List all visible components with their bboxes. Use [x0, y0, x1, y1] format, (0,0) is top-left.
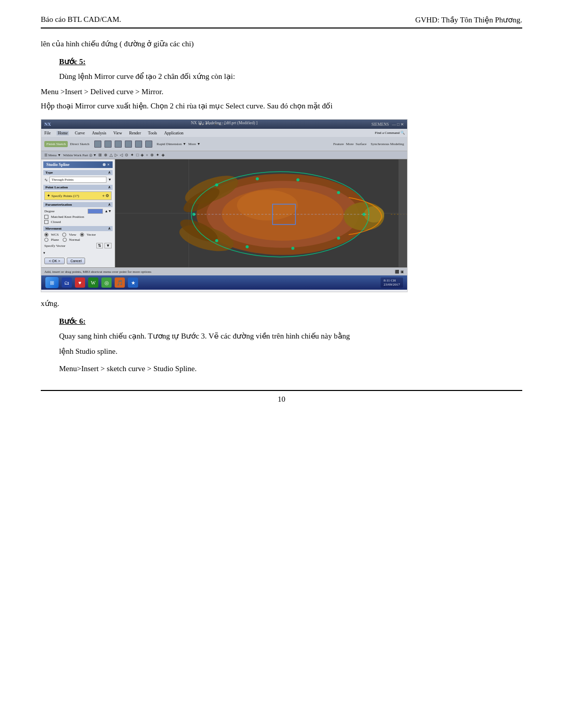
cancel-button[interactable]: Cancel [67, 258, 85, 264]
nx-screenshot: NX ■ ▸ ✦ ▪ ▫ ◾ ▪ □ ▪ NX 10 - Modeling - … [41, 119, 408, 292]
find-command[interactable]: Find a Command 🔍 [375, 131, 405, 135]
menu-file[interactable]: File [43, 131, 51, 135]
menu-icon[interactable]: ☰ Menu ▼ [44, 153, 61, 157]
surface-btn[interactable]: Surface [356, 142, 366, 146]
nx-taskbar: ⊞ 🗂 ♥ W ◎ 🎵 ★ 8:11 CH 23/09/2017 [41, 275, 407, 290]
menu-application[interactable]: Application [163, 131, 184, 135]
svg-point-21 [291, 247, 294, 250]
within-work-part[interactable]: Within Work Part ◎ ▼ [63, 153, 97, 157]
menu-render[interactable]: Render [128, 131, 142, 135]
nx-sidebar: Studio Spline ⊗ × Type ∧ ∿ Through Point… [41, 159, 115, 267]
closed-row: Closed [43, 219, 113, 225]
svg-point-20 [337, 237, 340, 240]
degree-input[interactable] [88, 209, 103, 214]
mirror-desc: Hộp thoại Mirror curve xuất hiện. Chọn 2… [41, 100, 522, 112]
vector-radio[interactable] [80, 233, 84, 237]
degree-label: Degree [44, 209, 86, 213]
menu-view[interactable]: View [113, 131, 123, 135]
time-display: 8:11 CH [384, 278, 400, 283]
taskbar-btn-1[interactable]: 🗂 [62, 277, 72, 288]
taskbar-btn-5[interactable]: 🎵 [115, 277, 125, 288]
type-dropdown[interactable]: ▼ [108, 178, 112, 182]
type-chevron[interactable]: ∧ [108, 171, 111, 175]
point-location-label: Point Location [45, 185, 68, 189]
matched-knot-checkbox[interactable] [44, 215, 48, 219]
plane-label: Plane [51, 238, 59, 242]
svg-rect-27 [398, 159, 407, 267]
start-button[interactable]: ⊞ [45, 277, 59, 288]
toolbar-icons-row: ⊞ ⊕ △ ▷ ◁ ⊙ ✦ □ ◈ + ⊕ ✦ ◈ [98, 153, 165, 157]
specify-points-settings[interactable]: ⚙ [105, 193, 109, 198]
movement-chevron[interactable]: ∧ [108, 227, 111, 231]
wcs-radio[interactable] [44, 233, 48, 237]
specify-vector-icon2[interactable]: ▼ [104, 243, 112, 248]
intro-line: lên của hình chiếu đứng ( đường ở giữa c… [41, 38, 522, 50]
point-location-section: Point Location ∧ [43, 185, 113, 190]
specify-points-row: ✦ Specify Points (17) ＋ ⚙ [43, 191, 113, 201]
matched-knot-row: Matched Knot Position [43, 214, 113, 219]
movement-section: Movement ∧ [43, 226, 113, 231]
plane-radio[interactable] [44, 238, 48, 242]
view-radio[interactable] [62, 233, 66, 237]
menu-curve[interactable]: Curve [74, 131, 86, 135]
menu-analysis[interactable]: Analysis [91, 131, 108, 135]
ok-cancel-row: < OK > Cancel [43, 257, 113, 265]
more-btn[interactable]: More ▼ [188, 142, 200, 146]
nx-title: NX 10 - Modeling - [dff.prt (Modified) ] [191, 121, 258, 125]
rapid-dimension[interactable]: Rapid Dimension ▼ [157, 142, 186, 146]
nx-3d-content [115, 159, 407, 267]
param-chevron[interactable]: ∧ [108, 203, 111, 207]
page: Báo cáo BTL CAD/CAM. GVHD: Thầy Tôn Thiệ… [0, 0, 563, 728]
specify-vector-icon1[interactable]: ⇅ [96, 243, 103, 248]
svg-point-6 [237, 190, 298, 220]
taskbar-btn-3[interactable]: W [88, 277, 98, 288]
curve-icon: ∿ [44, 178, 48, 182]
sync-modeling[interactable]: Synchronous Modeling [370, 142, 404, 146]
ok-button[interactable]: < OK > [44, 258, 65, 264]
menu-home[interactable]: Home [57, 131, 69, 135]
normal-radio[interactable] [63, 238, 67, 242]
status-icons: ⬛ ▣ [395, 270, 404, 274]
toolbar-icon-4[interactable] [125, 141, 132, 148]
type-value[interactable]: Through Points [49, 177, 106, 183]
page-header: Báo cáo BTL CAD/CAM. GVHD: Thầy Tôn Thiệ… [41, 15, 522, 29]
degree-row: Degree ▲▼ [43, 208, 113, 214]
toolbar-icon-3[interactable] [115, 141, 122, 148]
step6-desc2: lệnh Studio spline. [59, 345, 522, 357]
taskbar-btn-4[interactable]: ◎ [101, 277, 112, 288]
svg-point-15 [215, 183, 218, 186]
menu-tools[interactable]: Tools [147, 131, 158, 135]
nx-statusbar: Add, insert or drag points, MB3 shortcut… [41, 267, 407, 275]
specify-points-add[interactable]: ＋ [101, 193, 105, 199]
closed-checkbox[interactable] [44, 220, 48, 224]
toolbar-icon-6[interactable] [145, 141, 152, 148]
specify-points-btn[interactable]: ✦ Specify Points (17) ＋ ⚙ [44, 191, 112, 200]
degree-spinner[interactable]: ▲▼ [104, 209, 112, 213]
taskbar-btn-2[interactable]: ♥ [75, 277, 85, 288]
more-btn2[interactable]: More [346, 142, 354, 146]
toolbar-icon-5[interactable] [135, 141, 142, 148]
step5-desc: Dùng lệnh Mirror curve để tạo 2 chân đối… [59, 70, 522, 82]
param-label: Parameterization [45, 203, 72, 207]
step5-label: Bước 5: [59, 57, 522, 66]
parameterization-section: Parameterization ∧ [43, 202, 113, 207]
nx-topbar: NX ■ ▸ ✦ ▪ ▫ ◾ ▪ □ ▪ NX 10 - Modeling - … [41, 120, 407, 129]
movement-options-row: WCS View Vector [43, 232, 113, 237]
toolbar-icon-2[interactable] [104, 141, 112, 148]
vector-label: Vector [87, 233, 96, 237]
turtle-area [115, 159, 407, 267]
sidebar-close[interactable]: ⊗ × [102, 162, 110, 167]
toolbar-icon-1[interactable] [94, 141, 101, 148]
view-label: View [69, 233, 76, 237]
nx-toolbar: Finish Sketch Direct Sketch Rapid Dimens… [41, 137, 407, 151]
page-number: 10 [278, 395, 285, 403]
spacer: ▾ [43, 251, 113, 255]
status-text: Add, insert or drag points, MB3 shortcut… [44, 270, 151, 274]
turtle-svg [115, 159, 407, 267]
direct-sketch-label: Direct Sketch [70, 142, 89, 146]
finish-sketch[interactable]: Finish Sketch [44, 141, 68, 147]
point-location-chevron[interactable]: ∧ [108, 185, 111, 189]
sidebar-title: Studio Spline ⊗ × [43, 161, 113, 168]
taskbar-btn-6[interactable]: ★ [128, 277, 138, 288]
header-left: Báo cáo BTL CAD/CAM. [41, 15, 121, 24]
